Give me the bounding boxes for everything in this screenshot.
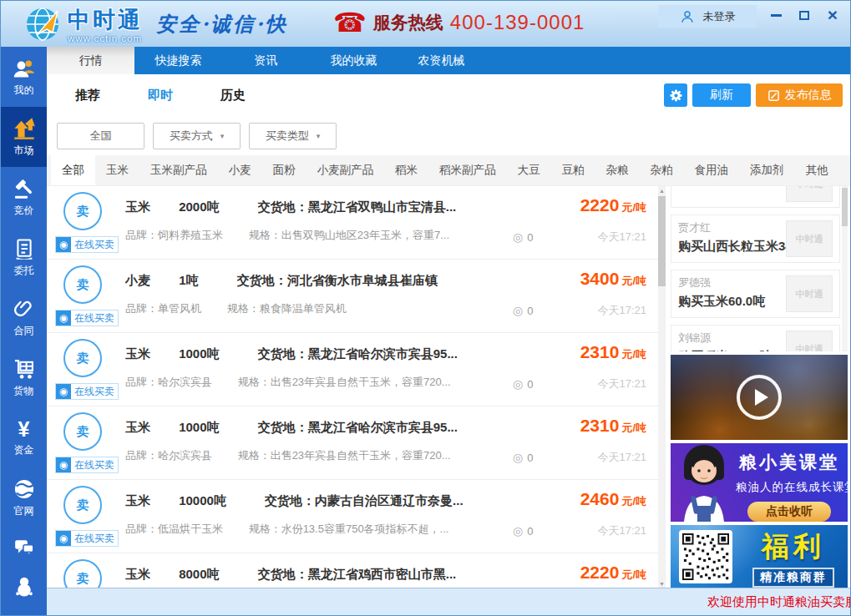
listing-type-col: 卖 ◉ 在线买卖	[53, 186, 125, 259]
nav-tab-favorites[interactable]: 我的收藏	[310, 47, 398, 74]
quantity: 1吨	[179, 273, 198, 287]
maximize-button[interactable]	[793, 8, 815, 23]
brand-name: 中时通	[68, 5, 143, 35]
sidebar-item-goods[interactable]: 货物	[1, 347, 47, 407]
nav-tab-market-quotes[interactable]: 行情	[47, 47, 134, 74]
subtab-recommended[interactable]: 推荐	[75, 88, 100, 104]
category-all[interactable]: 全部	[51, 155, 95, 185]
slogan-text: 安全·诚信·快	[156, 11, 288, 38]
sidebar-item-website[interactable]: 官网	[1, 467, 47, 528]
publish-label: 发布信息	[785, 88, 832, 103]
scroll-up-icon[interactable]: ▲	[658, 186, 666, 196]
post-time: 今天17:21	[597, 523, 646, 538]
category-wheat[interactable]: 小麦	[218, 155, 262, 185]
course-banner-subtitle: 粮油人的在线成长课堂	[736, 480, 843, 495]
nav-tab-quick-search[interactable]: 快捷搜索	[134, 47, 222, 74]
course-banner[interactable]: 粮小美课堂 粮油人的在线成长课堂 点击收听	[671, 443, 848, 522]
buyer-name: 罗德强	[678, 275, 786, 290]
window-controls: ×	[765, 8, 843, 23]
price: 2220	[580, 195, 620, 215]
sidebar-item-entrust[interactable]: 委托	[1, 227, 47, 287]
sidebar-item-qq[interactable]	[1, 567, 47, 606]
brand: 品牌：饲料养殖玉米	[125, 229, 223, 241]
sell-badge: 卖	[63, 486, 102, 524]
category-corn[interactable]: 玉米	[95, 155, 139, 185]
category-rice[interactable]: 稻米	[384, 155, 428, 185]
listing-row[interactable]: 卖 ◉ 在线买卖 玉米 1000吨 交货地：黑龙江省哈尔滨市宾县95...	[47, 333, 658, 406]
listen-button[interactable]: 点击收听	[747, 502, 831, 522]
buy-request-card[interactable]: 刘锦源 购买稻米33.78吨 中时通	[671, 325, 840, 351]
brand: 品牌：低温烘干玉米	[125, 523, 223, 535]
close-button[interactable]: ×	[822, 8, 843, 23]
right-panel: 购买玉米60.0吨 中时通 贾才红 购买山西长粒玉米34 中时通	[671, 186, 848, 588]
price: 2460	[580, 489, 620, 508]
eye-icon: ◎	[513, 524, 523, 538]
category-misc-grain[interactable]: 杂粮	[595, 155, 640, 185]
eye-icon: ◎	[513, 451, 523, 464]
qr-banner[interactable]: 福利 精准粮商群	[671, 525, 848, 588]
region-filter[interactable]: 全国	[57, 123, 144, 149]
listings-list: 卖 ◉ 在线买卖 玉米 2000吨 交货地：黑龙江省双鸭山市宝清县...	[47, 186, 658, 588]
play-icon[interactable]	[737, 375, 782, 420]
paperclip-icon	[13, 297, 36, 321]
list-scrollbar[interactable]: ▲ ▼	[658, 186, 666, 588]
listing-row[interactable]: 卖 ◉ 在线买卖 小麦 1吨 交货地：河北省衡水市阜城县崔庙镇	[47, 260, 658, 333]
sidebar-item-messages[interactable]	[1, 528, 47, 567]
refresh-button[interactable]: 刷新	[692, 83, 751, 107]
qr-code	[679, 530, 732, 583]
trade-type-filter[interactable]: 买卖类型 ▾	[249, 123, 337, 149]
listing-row[interactable]: 卖 ◉ 在线买卖 玉米 10000吨 交货地：内蒙古自治区通辽市奈曼...	[47, 480, 658, 553]
requests-scrollbar-thumb[interactable]	[842, 188, 848, 226]
subtab-realtime[interactable]: 即时	[148, 88, 173, 104]
nav-tab-news[interactable]: 资讯	[222, 47, 310, 74]
nav-tab-agri-machinery[interactable]: 农资机械	[398, 47, 485, 74]
scrollbar-thumb[interactable]	[658, 196, 666, 286]
category-other[interactable]: 其他	[795, 155, 839, 185]
price-unit: 元/吨	[621, 348, 646, 361]
category-soybean[interactable]: 大豆	[507, 155, 551, 185]
login-status-chip[interactable]: 未登录	[658, 5, 757, 28]
buy-request-card[interactable]: 购买玉米60.0吨 中时通	[671, 186, 840, 208]
app-window: 中时通 www.cctin.com 安全·诚信·快 ☎ 服务热线 400-139…	[0, 0, 851, 616]
online-trade-badge: ◉ 在线买卖	[55, 310, 119, 326]
listing-row[interactable]: 卖 ◉ 在线买卖 玉米 1000吨 交货地：黑龙江省哈尔滨市宾县95...	[47, 406, 658, 480]
post-time: 今天17:21	[597, 303, 646, 318]
buy-request-card[interactable]: 罗德强 购买玉米60.0吨 中时通	[671, 270, 840, 318]
category-misc-meal[interactable]: 杂粕	[640, 155, 684, 185]
scroll-down-icon[interactable]: ▼	[658, 579, 666, 588]
product-name: 玉米	[125, 493, 150, 507]
category-additives[interactable]: 添加剂	[739, 155, 795, 185]
penguin-icon	[14, 576, 34, 598]
category-corn-byproducts[interactable]: 玉米副产品	[139, 155, 218, 185]
trade-mode-filter[interactable]: 买卖方式 ▾	[153, 123, 241, 149]
view-count: ◎0	[513, 303, 533, 318]
promo-video[interactable]	[671, 355, 848, 440]
buy-requests-list: 购买玉米60.0吨 中时通 贾才红 购买山西长粒玉米34 中时通	[671, 186, 840, 351]
category-wheat-byproducts[interactable]: 小麦副产品	[306, 155, 385, 185]
settings-button[interactable]	[664, 83, 687, 107]
sidebar-item-contract[interactable]: 合同	[1, 287, 47, 347]
buyer-name: 刘锦源	[678, 331, 786, 346]
view-count: ◎0	[513, 376, 533, 391]
sidebar-item-market[interactable]: 市场	[1, 107, 47, 167]
listing-row[interactable]: 卖 ◉ 在线买卖 玉米 8000吨 交货地：黑龙江省鸡西市密山市黑...	[47, 553, 658, 588]
sidebar-item-bidding[interactable]: 竞价	[1, 167, 47, 227]
buy-request-card[interactable]: 贾才红 购买山西长粒玉米34 中时通	[671, 215, 840, 263]
online-trade-icon: ◉	[56, 531, 71, 546]
category-edible-oil[interactable]: 食用油	[684, 155, 740, 185]
category-soybean-meal[interactable]: 豆粕	[551, 155, 595, 185]
delivery-location: 交货地：黑龙江省双鸭山市宝清县...	[258, 199, 457, 214]
listing-type-col: 卖 ◉ 在线买卖	[53, 480, 125, 553]
sidebar-item-mine[interactable]: 我的	[1, 47, 47, 107]
sidebar-item-funds[interactable]: ¥ 资金	[1, 407, 47, 467]
publish-button[interactable]: 发布信息	[756, 83, 843, 107]
category-rice-byproducts[interactable]: 稻米副产品	[428, 155, 507, 185]
minimize-button[interactable]	[765, 8, 787, 23]
requests-scrollbar[interactable]	[842, 186, 848, 351]
category-flour[interactable]: 面粉	[262, 155, 306, 185]
listing-row[interactable]: 卖 ◉ 在线买卖 玉米 2000吨 交货地：黑龙江省双鸭山市宝清县...	[47, 186, 658, 260]
listing-type-col: 卖 ◉ 在线买卖	[53, 260, 125, 332]
main-content: 推荐 即时 历史 刷新	[47, 74, 850, 588]
subtab-history[interactable]: 历史	[220, 88, 246, 104]
post-time: 今天17:21	[597, 230, 646, 245]
